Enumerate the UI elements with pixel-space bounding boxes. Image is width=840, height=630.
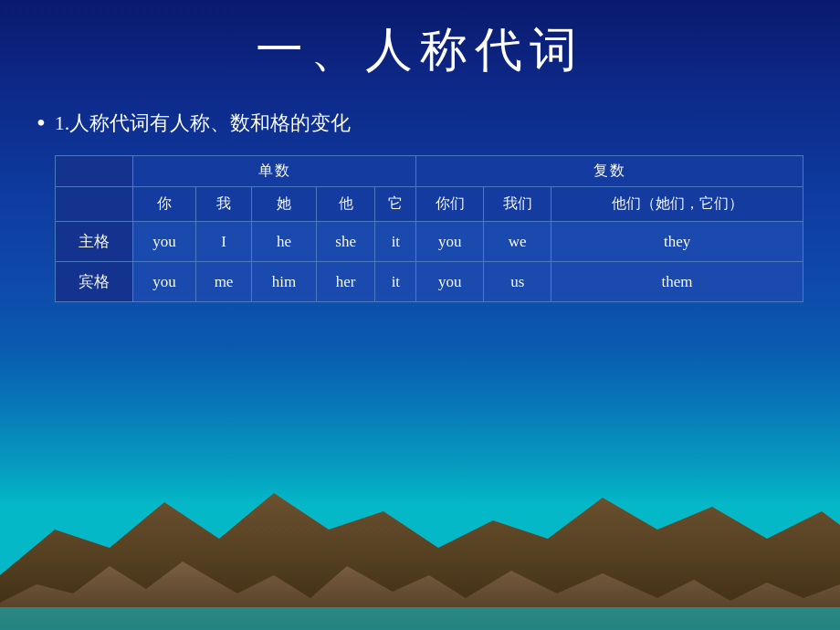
object-you-pl: you	[416, 262, 484, 302]
subheader-he: 他	[317, 187, 375, 222]
object-her: her	[317, 262, 375, 302]
object-you: you	[132, 262, 195, 302]
header-singular: 单数	[132, 156, 416, 187]
subheader-tamen: 他们（她们，它们）	[551, 187, 803, 222]
subject-case-row: 主格 you I he she it you we they	[56, 222, 803, 262]
subject-you: you	[132, 222, 195, 262]
subheader-nimen: 你们	[416, 187, 484, 222]
subheader-it: 它	[375, 187, 416, 222]
subheader-women: 我们	[484, 187, 551, 222]
pronoun-table: 单数 复数 你 我 她 他 它 你们 我们 他们（她们，它们） 主格 you I…	[55, 155, 803, 302]
object-them: them	[551, 262, 803, 302]
object-us: us	[484, 262, 551, 302]
object-case-row: 宾格 you me him her it you us them	[56, 262, 803, 302]
subject-it: it	[375, 222, 416, 262]
subject-I: I	[196, 222, 252, 262]
subject-she: she	[317, 222, 375, 262]
header-plural: 复数	[416, 156, 803, 187]
mountain-silhouette	[0, 447, 840, 630]
svg-rect-2	[0, 607, 840, 630]
object-it: it	[375, 262, 416, 302]
subject-label: 主格	[56, 222, 133, 262]
object-him: him	[251, 262, 316, 302]
subheader-wo: 我	[196, 187, 252, 222]
subheader-she: 她	[251, 187, 316, 222]
bullet-text: 1.人称代词有人称、数和格的变化	[55, 110, 352, 137]
subheader-ni: 你	[132, 187, 195, 222]
subject-they: they	[551, 222, 803, 262]
subheader-empty	[56, 187, 133, 222]
table-subheader-row: 你 我 她 他 它 你们 我们 他们（她们，它们）	[56, 187, 803, 222]
object-label: 宾格	[56, 262, 133, 302]
subject-you-pl: you	[416, 222, 484, 262]
main-content: 一、人称代词 • 1.人称代词有人称、数和格的变化 单数 复数 你 我 她 他 …	[0, 0, 840, 320]
subject-he: he	[251, 222, 316, 262]
bullet-item: • 1.人称代词有人称、数和格的变化	[37, 110, 803, 137]
object-me: me	[196, 262, 252, 302]
bullet-dot: •	[37, 110, 46, 136]
table-header-row: 单数 复数	[56, 156, 803, 187]
pronoun-table-wrapper: 单数 复数 你 我 她 他 它 你们 我们 他们（她们，它们） 主格 you I…	[55, 155, 803, 302]
subject-we: we	[484, 222, 551, 262]
header-empty	[56, 156, 133, 187]
page-title: 一、人称代词	[37, 18, 803, 82]
